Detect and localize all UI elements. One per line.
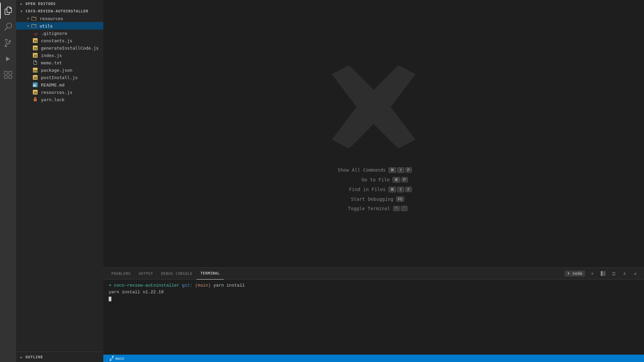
git-icon-icon: .git (32, 30, 38, 36)
tree-item-label: utils (40, 23, 53, 28)
split-terminal-button[interactable] (598, 269, 608, 278)
js-icon-icon: JS (32, 52, 38, 58)
tree-item-label: yarn.lock (41, 97, 64, 102)
folder-icon-icon (31, 23, 37, 29)
main-content: Show All Commands⌘⇧PGo to File⌘PFind in … (103, 0, 644, 362)
terminal-path: coco-review-autoinstaller (114, 283, 179, 288)
file-item[interactable]: JSpostInstall.js (16, 74, 103, 81)
tree-item-label: index.js (41, 53, 62, 58)
panel-tab-debug-console[interactable]: DEBUG CONSOLE (157, 268, 196, 280)
kbd-key: P (405, 167, 412, 173)
explorer-activity-icon[interactable] (0, 3, 16, 19)
open-editors-section[interactable]: ▶ Open Editors (16, 0, 103, 7)
svg-rect-15 (601, 271, 603, 276)
terminal-line-1: ➜ coco-review-autoinstaller git: (main) … (109, 282, 639, 289)
txt-icon-icon (32, 60, 38, 66)
status-bar: main (103, 355, 644, 362)
sidebar: ▶ Open Editors ▼ COCO-REVIEW-AUTOINSTALL… (16, 0, 103, 362)
shortcut-label: Toggle Terminal (340, 206, 390, 211)
kbd-group: F5 (396, 196, 405, 202)
file-item[interactable]: JSresources.js (16, 88, 103, 96)
editor-area: Show All Commands⌘⇧PGo to File⌘PFind in … (103, 0, 644, 267)
source-control-activity-icon[interactable] (0, 35, 16, 51)
file-item[interactable]: yarn.lock (16, 96, 103, 103)
tree-item-label: resources.js (41, 90, 72, 95)
extensions-activity-icon[interactable] (0, 67, 16, 83)
panel-tab-actions: node + ∧ ✕ (565, 269, 640, 278)
folder-item[interactable]: ▼ resources (16, 15, 103, 22)
js-icon-icon: JS (32, 89, 38, 95)
shortcuts-container: Show All Commands⌘⇧PGo to File⌘PFind in … (335, 167, 412, 211)
kbd-key: ⌘ (392, 177, 400, 183)
tree-item-label: generateInstallCode.js (41, 46, 99, 51)
folder-item[interactable]: ▼ utils (16, 22, 103, 29)
kbd-group: ^' (393, 206, 408, 211)
kill-terminal-button[interactable] (609, 269, 619, 278)
panel-tabs: PROBLEMSOUTPUTDEBUG CONSOLETERMINAL node… (103, 268, 644, 280)
open-editors-label: Open Editors (25, 2, 56, 6)
panel-tab-problems[interactable]: PROBLEMS (107, 268, 135, 280)
kbd-key: ⌘ (388, 187, 396, 192)
kbd-key: ⌘ (388, 167, 396, 173)
file-tree: ▼ resources▼ utils.git.gitignoreJSconsta… (16, 15, 103, 103)
terminal-branch: (main) (195, 283, 211, 288)
tree-item-label: .gitignore (41, 31, 67, 36)
open-editors-chevron: ▶ (19, 1, 24, 6)
tree-item-label: package.json (41, 68, 72, 73)
git-branch-icon (109, 356, 114, 361)
terminal-cursor-line (109, 296, 639, 302)
close-panel-button[interactable]: ✕ (631, 269, 640, 278)
file-item[interactable]: JSgenerateInstallCode.js (16, 44, 103, 52)
node-label: node (573, 271, 582, 276)
kbd-group: ⌘⇧P (388, 167, 412, 173)
kbd-key: ⇧ (397, 167, 404, 173)
terminal-cursor (109, 297, 111, 301)
node-indicator: node (565, 270, 585, 277)
shortcut-row: Toggle Terminal^' (335, 206, 412, 211)
search-activity-icon[interactable] (0, 19, 16, 35)
vscode-watermark-logo (323, 57, 424, 157)
tree-item-label: README.md (41, 82, 64, 87)
kbd-key: ^ (393, 206, 400, 211)
project-chevron: ▼ (19, 8, 24, 14)
shortcut-label: Start Debugging (343, 196, 393, 202)
panel-tab-output[interactable]: OUTPUT (135, 268, 157, 280)
file-item[interactable]: JSindex.js (16, 52, 103, 59)
kbd-key: P (401, 177, 408, 182)
outline-section-header[interactable]: ▶ OUTLINE (16, 353, 103, 361)
shortcut-row: Go to File⌘P (335, 177, 412, 183)
terminal-version: yarn install v1.22.19 (109, 290, 164, 295)
terminal-command: yarn install (213, 283, 245, 288)
file-item[interactable]: JSONpackage.json (16, 66, 103, 74)
file-item[interactable]: MDREADME.md (16, 81, 103, 88)
svg-text:JS: JS (34, 54, 37, 58)
git-branch-status-item[interactable]: main (107, 355, 126, 362)
new-terminal-button[interactable]: + (588, 269, 597, 278)
file-item[interactable]: memo.txt (16, 59, 103, 66)
file-item[interactable]: JSconstants.js (16, 37, 103, 44)
panel-tab-terminal[interactable]: TERMINAL (197, 268, 224, 280)
svg-text:.git: .git (33, 33, 38, 36)
run-debug-activity-icon[interactable] (0, 51, 16, 67)
folder-chevron: ▼ (25, 23, 31, 28)
maximize-panel-button[interactable]: ∧ (620, 269, 629, 278)
terminal-content[interactable]: ➜ coco-review-autoinstaller git: (main) … (103, 280, 644, 355)
svg-rect-16 (603, 271, 605, 276)
terminal-arrow: ➜ (109, 283, 111, 288)
shortcut-label: Go to File (339, 177, 390, 182)
tree-item-label: memo.txt (41, 60, 62, 65)
shortcut-row: Find in Files⌘⇧F (335, 187, 412, 192)
file-item[interactable]: .git.gitignore (16, 29, 103, 37)
svg-text:JSON: JSON (33, 69, 38, 72)
outline-label: OUTLINE (25, 355, 43, 359)
folder-chevron: ▼ (25, 16, 31, 21)
terminal-line-2: yarn install v1.22.19 (109, 289, 639, 296)
kbd-key: ⇧ (397, 187, 404, 192)
kbd-key: F (405, 187, 412, 192)
shortcut-row: Start DebuggingF5 (335, 196, 412, 202)
kbd-group: ⌘⇧F (388, 187, 412, 192)
shortcut-row: Show All Commands⌘⇧P (335, 167, 412, 173)
svg-text:JS: JS (34, 40, 37, 43)
project-section-header[interactable]: ▼ COCO-REVIEW-AUTOINSTALLER (16, 7, 103, 15)
git-branch-label: main (115, 356, 124, 361)
